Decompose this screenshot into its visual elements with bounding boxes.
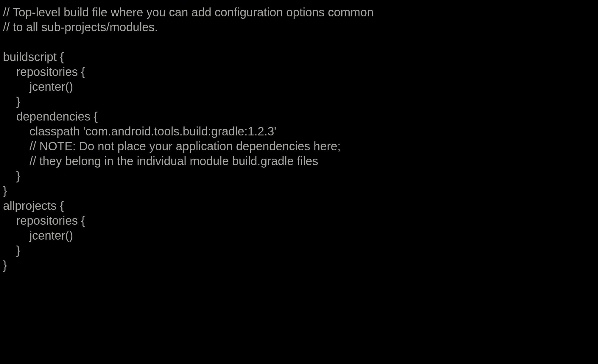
code-block: // Top-level build file where you can ad… [0, 0, 598, 276]
